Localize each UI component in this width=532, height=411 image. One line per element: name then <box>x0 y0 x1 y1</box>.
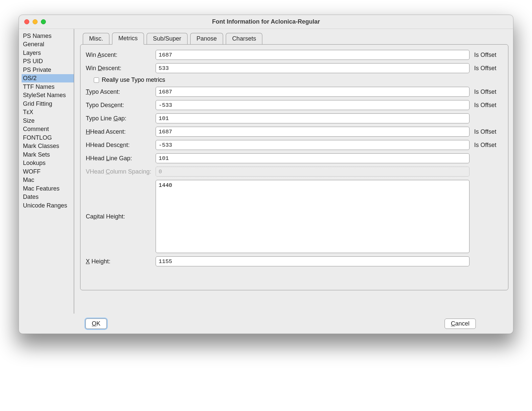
x-height-input[interactable] <box>156 256 469 266</box>
win-ascent-input[interactable] <box>156 50 469 60</box>
sidebar-item-grid-fitting[interactable]: Grid Fitting <box>22 99 74 108</box>
hhead-descent-offset-label[interactable]: Is Offset <box>469 142 503 149</box>
sidebar-item-lookups[interactable]: Lookups <box>22 159 74 168</box>
zoom-icon[interactable] <box>41 19 46 24</box>
x-height-label: X Height: <box>86 258 156 265</box>
content-panel: Misc.MetricsSub/SuperPanoseCharsets Win … <box>74 29 513 314</box>
sidebar-item-mac-features[interactable]: Mac Features <box>22 184 74 193</box>
sidebar-item-ttf-names[interactable]: TTF Names <box>22 82 74 91</box>
typo-ascent-input[interactable] <box>156 87 469 97</box>
sidebar-item-mark-sets[interactable]: Mark Sets <box>22 150 74 159</box>
win-descent-offset-label[interactable]: Is Offset <box>469 65 503 72</box>
tab-metrics[interactable]: Metrics <box>112 33 144 45</box>
sidebar-item-unicode-ranges[interactable]: Unicode Ranges <box>22 201 74 210</box>
sidebar-item-mark-classes[interactable]: Mark Classes <box>22 142 74 151</box>
sidebar-item-ps-uid[interactable]: PS UID <box>22 57 74 66</box>
tab-charsets[interactable]: Charsets <box>226 33 262 45</box>
sidebar-item-layers[interactable]: Layers <box>22 49 74 57</box>
vhead-colspacing-input <box>156 167 469 177</box>
hhead-linegap-input[interactable] <box>156 153 469 163</box>
metrics-panel: Win Ascent: Is Offset Win Descent: Is Of… <box>80 44 508 290</box>
tab-sub-super[interactable]: Sub/Super <box>147 33 188 45</box>
tabs-row: Misc.MetricsSub/SuperPanoseCharsets <box>83 32 508 44</box>
vhead-colspacing-label: VHead Column Spacing: <box>86 168 156 175</box>
sidebar-item-styleset-names[interactable]: StyleSet Names <box>22 91 74 100</box>
hhead-descent-label: HHead Descent: <box>86 142 156 149</box>
tab-misc-[interactable]: Misc. <box>83 33 109 45</box>
sidebar-item-dates[interactable]: Dates <box>22 193 74 202</box>
win-ascent-offset-label[interactable]: Is Offset <box>469 52 503 59</box>
sidebar-item-mac[interactable]: Mac <box>22 176 74 185</box>
typo-linegap-label: Typo Line Gap: <box>86 115 156 122</box>
hhead-ascent-input[interactable] <box>156 127 469 137</box>
checkbox-icon <box>94 77 99 83</box>
sidebar-item-ps-private[interactable]: PS Private <box>22 66 74 74</box>
sidebar-item-ps-names[interactable]: PS Names <box>22 32 74 40</box>
titlebar: Font Information for Aclonica-Regular <box>19 15 513 29</box>
window-title: Font Information for Aclonica-Regular <box>19 18 513 25</box>
sidebar-item-comment[interactable]: Comment <box>22 125 74 134</box>
sidebar-item-t-x[interactable]: TεX <box>22 108 74 117</box>
use-typo-metrics-label: Really use Typo metrics <box>102 76 165 83</box>
win-ascent-label: Win Ascent: <box>86 52 156 59</box>
sidebar: PS NamesGeneralLayersPS UIDPS PrivateOS/… <box>19 29 74 314</box>
capital-height-label: Capital Height: <box>86 213 156 220</box>
sidebar-item-size[interactable]: Size <box>22 116 74 125</box>
use-typo-metrics-checkbox[interactable]: Really use Typo metrics <box>94 76 503 83</box>
hhead-ascent-label: HHead Ascent: <box>86 128 156 135</box>
close-icon[interactable] <box>24 19 29 24</box>
hhead-linegap-label: HHead Line Gap: <box>86 155 156 162</box>
typo-ascent-label: Typo Ascent: <box>86 88 156 95</box>
typo-ascent-offset-label[interactable]: Is Offset <box>469 88 503 95</box>
typo-descent-input[interactable] <box>156 100 469 110</box>
tab-panose[interactable]: Panose <box>190 33 223 45</box>
sidebar-item-fontlog[interactable]: FONTLOG <box>22 133 74 142</box>
win-descent-input[interactable] <box>156 63 469 73</box>
typo-linegap-input[interactable] <box>156 113 469 123</box>
hhead-descent-input[interactable] <box>156 140 469 150</box>
dialog-buttons: OK Cancel <box>19 314 513 334</box>
cancel-button[interactable]: Cancel <box>445 319 476 329</box>
capital-height-input[interactable] <box>156 180 469 253</box>
typo-descent-label: Typo Descent: <box>86 102 156 109</box>
hhead-ascent-offset-label[interactable]: Is Offset <box>469 128 503 135</box>
ok-button[interactable]: OK <box>85 319 107 329</box>
typo-descent-offset-label[interactable]: Is Offset <box>469 102 503 109</box>
sidebar-item-os-2[interactable]: OS/2 <box>22 74 74 83</box>
font-info-window: Font Information for Aclonica-Regular PS… <box>19 15 513 334</box>
win-descent-label: Win Descent: <box>86 65 156 72</box>
window-controls <box>24 19 46 24</box>
sidebar-item-woff[interactable]: WOFF <box>22 167 74 176</box>
sidebar-item-general[interactable]: General <box>22 40 74 49</box>
minimize-icon[interactable] <box>33 19 38 24</box>
